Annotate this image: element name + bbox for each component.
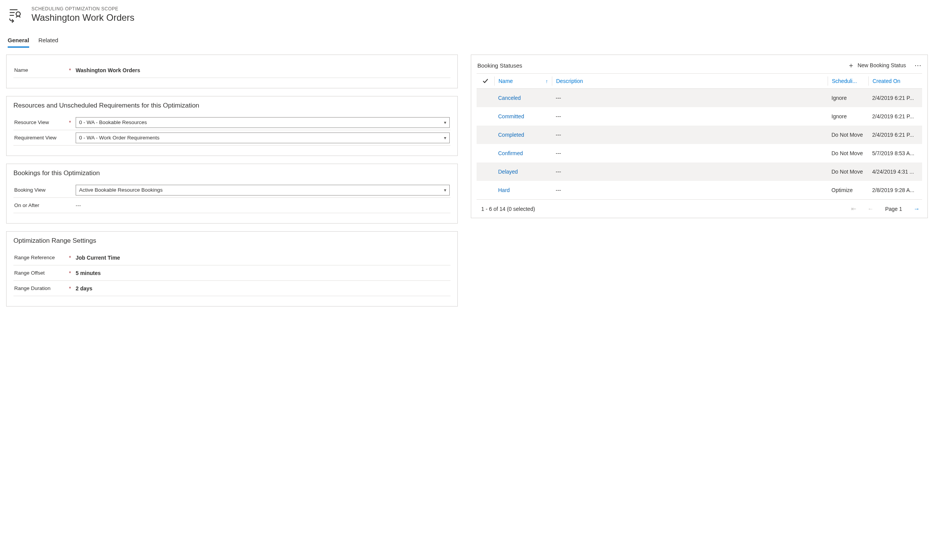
field-name[interactable]: Washington Work Orders	[76, 67, 450, 73]
pager-page-label: Page 1	[885, 206, 902, 212]
label-on-or-after: On or After	[14, 202, 76, 208]
section-title-bookings: Bookings for this Optimization	[13, 169, 450, 177]
form-tabs: General Related	[6, 35, 928, 48]
section-title-resources: Resources and Unscheduled Requirements f…	[13, 102, 450, 109]
cell-scheduling: Ignore	[828, 113, 868, 119]
table-row[interactable]: Delayed---Do Not Move4/24/2019 4:31 ...	[477, 162, 922, 181]
label-name: Name*	[14, 67, 76, 73]
table-row[interactable]: Completed---Do Not Move2/4/2019 6:21 P..…	[477, 126, 922, 144]
label-range-duration: Range Duration*	[14, 285, 76, 292]
sort-ascending-icon: ↑	[546, 78, 548, 84]
tab-related[interactable]: Related	[38, 35, 58, 48]
plus-icon: ＋	[848, 62, 855, 69]
cell-name[interactable]: Committed	[494, 113, 552, 119]
cell-created: 2/4/2019 6:21 P...	[868, 113, 922, 119]
column-header-description[interactable]: Description	[552, 76, 828, 86]
chevron-down-icon: ▾	[444, 120, 446, 125]
label-resource-view: Resource View*	[14, 119, 76, 126]
column-header-name[interactable]: Name ↑	[494, 76, 552, 86]
new-booking-status-button[interactable]: ＋ New Booking Status	[848, 62, 906, 69]
cell-scheduling: Do Not Move	[828, 132, 868, 138]
table-row[interactable]: Confirmed---Do Not Move5/7/2019 8:53 A..…	[477, 144, 922, 162]
card-bookings: Bookings for this Optimization Booking V…	[6, 164, 458, 224]
label-range-reference: Range Reference*	[14, 255, 76, 261]
cell-scheduling: Ignore	[828, 95, 868, 101]
field-range-offset[interactable]: 5 minutes	[76, 270, 450, 276]
cell-name[interactable]: Delayed	[494, 169, 552, 175]
cell-created: 2/4/2019 6:21 P...	[868, 95, 922, 101]
card-booking-statuses: Booking Statuses ＋ New Booking Status ⋯ …	[471, 55, 928, 218]
cell-name[interactable]: Confirmed	[494, 150, 552, 156]
column-header-scheduling[interactable]: Scheduli...	[828, 76, 868, 86]
card-name: Name* Washington Work Orders	[6, 55, 458, 88]
cell-description: ---	[552, 132, 828, 138]
table-row[interactable]: Canceled---Ignore2/4/2019 6:21 P...	[477, 89, 922, 107]
field-range-reference[interactable]: Job Current Time	[76, 255, 450, 261]
label-range-offset: Range Offset*	[14, 270, 76, 276]
card-range: Optimization Range Settings Range Refere…	[6, 231, 458, 307]
cell-description: ---	[552, 95, 828, 101]
svg-point-3	[16, 12, 20, 16]
label-requirement-view: Requirement View	[14, 135, 76, 141]
pager-first-button[interactable]: ⇤	[851, 205, 856, 212]
cell-name[interactable]: Canceled	[494, 95, 552, 101]
cell-description: ---	[552, 150, 828, 156]
label-booking-view: Booking View	[14, 187, 76, 193]
tab-general[interactable]: General	[8, 35, 29, 48]
more-commands-button[interactable]: ⋯	[914, 61, 922, 70]
cell-created: 2/4/2019 6:21 P...	[868, 132, 922, 138]
cell-description: ---	[552, 113, 828, 119]
subgrid-title: Booking Statuses	[477, 62, 522, 69]
table-row[interactable]: Committed---Ignore2/4/2019 6:21 P...	[477, 107, 922, 126]
table-row[interactable]: Hard---Optimize2/8/2019 9:28 A...	[477, 181, 922, 199]
field-range-duration[interactable]: 2 days	[76, 285, 450, 292]
section-title-range: Optimization Range Settings	[13, 237, 450, 245]
select-booking-view[interactable]: Active Bookable Resource Bookings ▾	[76, 185, 450, 196]
cell-created: 5/7/2019 8:53 A...	[868, 150, 922, 156]
cell-created: 4/24/2019 4:31 ...	[868, 169, 922, 175]
page-header: SCHEDULING OPTIMIZATION SCOPE Washington…	[6, 6, 928, 25]
grid-header-row: Name ↑ Description Scheduli... Created O…	[477, 73, 922, 89]
column-header-created[interactable]: Created On	[868, 76, 922, 86]
cell-name[interactable]: Completed	[494, 132, 552, 138]
cell-created: 2/8/2019 9:28 A...	[868, 187, 922, 193]
card-resources: Resources and Unscheduled Requirements f…	[6, 96, 458, 156]
select-resource-view[interactable]: 0 - WA - Bookable Resources ▾	[76, 117, 450, 128]
pager-next-button[interactable]: →	[914, 205, 920, 212]
scope-entity-icon	[6, 6, 25, 25]
cell-name[interactable]: Hard	[494, 187, 552, 193]
entity-type-label: SCHEDULING OPTIMIZATION SCOPE	[31, 6, 134, 12]
cell-description: ---	[552, 187, 828, 193]
select-all-checkbox[interactable]	[477, 76, 494, 86]
cell-scheduling: Do Not Move	[828, 150, 868, 156]
chevron-down-icon: ▾	[444, 187, 446, 193]
chevron-down-icon: ▾	[444, 135, 446, 141]
field-on-or-after[interactable]: ---	[76, 202, 450, 209]
cell-scheduling: Do Not Move	[828, 169, 868, 175]
grid-body: Canceled---Ignore2/4/2019 6:21 P...Commi…	[477, 89, 922, 199]
record-title: Washington Work Orders	[31, 12, 134, 23]
pager-prev-button[interactable]: ←	[868, 205, 874, 212]
cell-description: ---	[552, 169, 828, 175]
cell-scheduling: Optimize	[828, 187, 868, 193]
grid-pager: ⇤ ← Page 1 →	[851, 205, 920, 212]
checkmark-icon	[482, 78, 489, 84]
select-requirement-view[interactable]: 0 - WA - Work Order Requirements ▾	[76, 133, 450, 143]
grid-record-count: 1 - 6 of 14 (0 selected)	[481, 206, 535, 212]
